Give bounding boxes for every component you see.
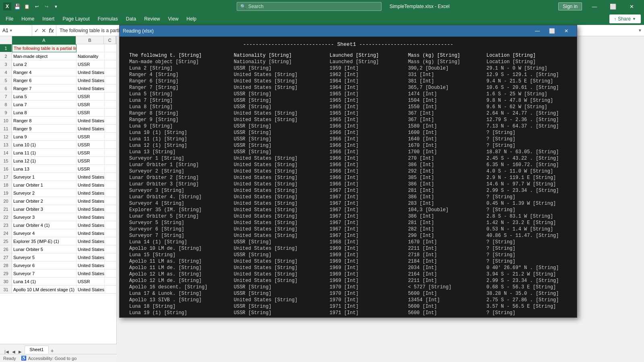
col-header-D[interactable] — [116, 36, 116, 44]
row-number[interactable]: 17 — [0, 173, 12, 181]
row-number[interactable]: 6 — [0, 84, 12, 92]
row-number[interactable]: 12 — [0, 133, 12, 140]
cell-B[interactable]: USSR — [76, 141, 105, 149]
col-header-B[interactable]: B — [76, 36, 104, 44]
cell-A[interactable]: Surveyor 7 — [12, 269, 76, 278]
row-number[interactable]: 10 — [0, 117, 12, 124]
cell-A[interactable]: Luna 11 (1) — [12, 149, 76, 157]
row-number[interactable]: 18 — [0, 181, 12, 189]
cell-A[interactable]: Lunar Orbiter 3 — [12, 205, 76, 213]
row-number[interactable]: 5 — [0, 76, 12, 84]
row-number[interactable]: 11 — [0, 125, 12, 132]
minimize-button[interactable]: — — [585, 0, 604, 13]
cell-B[interactable]: United States — [76, 221, 105, 229]
cell-B[interactable]: United States — [76, 245, 105, 253]
menu-help[interactable]: Help — [182, 14, 200, 23]
maximize-button[interactable]: ⬜ — [604, 0, 622, 13]
col-header-A[interactable]: A — [12, 36, 76, 44]
row-number[interactable]: 1 — [0, 44, 12, 52]
cell-B[interactable]: United States — [76, 253, 105, 261]
menu-file[interactable]: File — [2, 14, 17, 23]
dialog-close-button[interactable]: ✕ — [559, 25, 574, 37]
cell-A[interactable]: Surveyor 1 — [12, 173, 76, 181]
row-number[interactable]: 8 — [0, 101, 12, 108]
cell-B[interactable]: USSR — [76, 93, 105, 101]
cell-A[interactable]: Ranger 6 — [12, 76, 76, 84]
menu-page-layout[interactable]: Page Layout — [58, 14, 93, 23]
cell-B[interactable]: USSR — [76, 149, 105, 157]
cell-A[interactable]: Surveyor 2 — [12, 189, 76, 197]
sign-in-button[interactable]: Sign in — [558, 2, 582, 10]
cell-B[interactable]: United States — [76, 181, 105, 189]
row-number[interactable]: 15 — [0, 157, 12, 165]
row-number[interactable]: 26 — [0, 245, 12, 253]
cell-A[interactable]: Luna 8 — [12, 109, 76, 117]
cell-B[interactable]: United States — [76, 286, 105, 294]
cell-A[interactable]: Surveyor 6 — [12, 261, 76, 269]
cell-ref-dropdown[interactable]: ▼ — [9, 29, 13, 33]
menu-formulas[interactable]: Formulas — [94, 14, 122, 23]
col-header-C[interactable]: C — [104, 36, 116, 44]
sheet-nav-prev[interactable]: ◀ — [11, 350, 17, 354]
cell-A[interactable]: Luna 5 — [12, 93, 76, 101]
cell-B[interactable]: United States — [76, 117, 105, 125]
save-icon[interactable]: 💾 — [14, 3, 21, 10]
cell-B[interactable]: United States — [76, 261, 105, 269]
row-number[interactable]: 23 — [0, 221, 12, 229]
cell-A[interactable]: Apollo 10 LM descent stage (1) — [12, 286, 76, 294]
cell-B[interactable]: USSR — [76, 60, 105, 68]
cell-A[interactable]: Lunar Orbiter 4 (1) — [12, 221, 76, 229]
formula-cancel-icon[interactable]: ✕ — [41, 27, 46, 34]
sheet-tab-sheet1[interactable]: Sheet1 — [25, 346, 49, 354]
add-sheet-button[interactable]: + — [49, 348, 55, 354]
cell-B[interactable]: USSR — [76, 157, 105, 165]
menu-insert[interactable]: Insert — [38, 14, 58, 23]
dialog-content[interactable]: ----------------------------- Sheet1 ---… — [120, 37, 577, 317]
row-number[interactable]: 9 — [0, 109, 12, 116]
cell-A[interactable]: Luna 10 (1) — [12, 141, 76, 149]
row-number[interactable]: 20 — [0, 197, 12, 205]
cell-A[interactable]: Surveyor 4 — [12, 229, 76, 237]
cell-A[interactable]: Luna 2 — [12, 60, 76, 68]
cell-A[interactable]: Luna 14 (1) — [12, 278, 76, 286]
sheet-nav-next[interactable]: ▶ — [17, 350, 23, 354]
menu-view[interactable]: View — [164, 14, 183, 23]
cell-A[interactable]: Luna 7 — [12, 101, 76, 109]
sheet-nav-first[interactable]: |◀ — [3, 350, 10, 354]
row-number[interactable]: 7 — [0, 93, 12, 100]
row-number[interactable]: 16 — [0, 165, 12, 173]
cell-A[interactable]: Lunar Orbiter 1 — [12, 181, 76, 189]
menu-review[interactable]: Review — [140, 14, 164, 23]
row-number[interactable]: 21 — [0, 205, 12, 213]
cell-A[interactable]: Explorer 35 (IMP-E) (1) — [12, 237, 76, 245]
cell-A[interactable]: Surveyor 5 — [12, 253, 76, 261]
cell-B[interactable] — [76, 44, 105, 52]
cell-B[interactable]: USSR — [76, 101, 105, 109]
cell-B[interactable]: United States — [76, 68, 105, 76]
formula-fx-icon[interactable]: fx — [49, 27, 54, 34]
undo-icon[interactable]: ↩ — [33, 3, 40, 10]
cell-B[interactable]: United States — [76, 237, 105, 245]
cell-B[interactable]: USSR — [76, 278, 105, 286]
cell-A[interactable]: Luna 13 — [12, 165, 76, 173]
cell-B[interactable]: United States — [76, 125, 105, 133]
cell-A[interactable]: Luna 9 — [12, 133, 76, 141]
cell-A[interactable]: Luna 12 (1) — [12, 157, 76, 165]
cell-A[interactable]: Lunar Orbiter 2 — [12, 197, 76, 205]
cell-reference-box[interactable]: A1 ▼ — [0, 25, 32, 36]
formula-expand-button[interactable]: ▼ — [636, 28, 644, 33]
cell-B[interactable]: USSR — [76, 133, 105, 141]
cell-B[interactable]: USSR — [76, 109, 105, 117]
cell-A[interactable]: Surveyor 3 — [12, 213, 76, 221]
cell-A[interactable]: Ranger 8 — [12, 117, 76, 125]
cell-A[interactable]: Man-made object — [12, 52, 76, 60]
row-number[interactable]: 24 — [0, 229, 12, 237]
cell-B[interactable]: USSR — [76, 165, 105, 173]
cell-B[interactable]: United States — [76, 197, 105, 205]
redo-icon[interactable]: ↪ — [43, 3, 50, 10]
row-number[interactable]: 2 — [0, 52, 12, 60]
formula-check-icon[interactable]: ✓ — [34, 27, 39, 34]
row-number[interactable]: 19 — [0, 189, 12, 197]
cell-B[interactable]: United States — [76, 84, 105, 93]
row-number[interactable]: 13 — [0, 141, 12, 148]
